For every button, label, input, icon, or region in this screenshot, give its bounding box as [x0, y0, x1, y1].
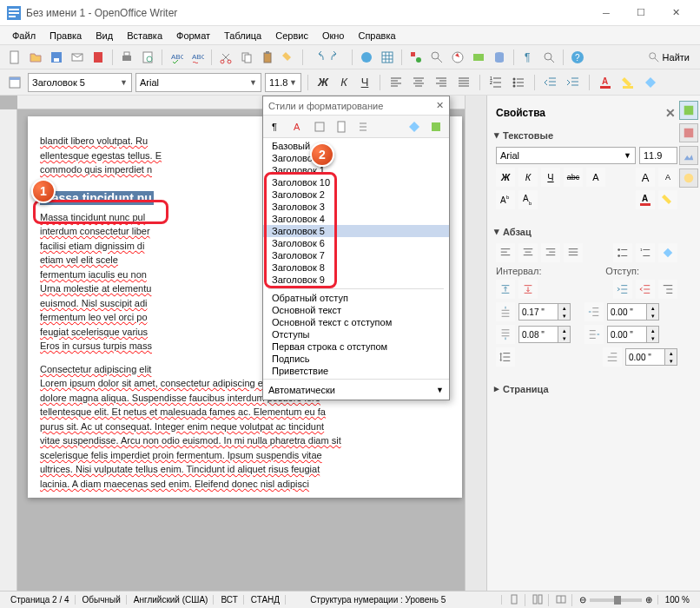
new-style-button[interactable]: [426, 117, 446, 136]
style-item[interactable]: Заголовок: [263, 152, 449, 164]
increase-indent-button[interactable]: [564, 73, 583, 92]
view-single-icon[interactable]: [504, 594, 525, 606]
menu-format[interactable]: Формат: [171, 29, 215, 43]
view-book-icon[interactable]: [551, 594, 572, 606]
underline-button[interactable]: Ч: [356, 74, 373, 91]
status-std[interactable]: СТАНД: [246, 595, 286, 605]
close-button[interactable]: ✕: [658, 1, 693, 25]
list-styles-button[interactable]: [353, 117, 373, 136]
style-item[interactable]: Заголовок 10: [263, 176, 449, 188]
find-toolbar-button[interactable]: Найти: [643, 51, 695, 63]
highlight-button[interactable]: [618, 73, 637, 92]
menu-edit[interactable]: Правка: [44, 29, 87, 43]
style-item[interactable]: Обратный отступ: [263, 292, 449, 304]
sb-bgcolor[interactable]: [658, 243, 677, 262]
page-styles-button[interactable]: [332, 117, 351, 136]
sidebar-tab-properties[interactable]: [679, 101, 698, 120]
styles-window-button[interactable]: [5, 73, 24, 92]
selected-heading[interactable]: Massa tincidunt nu: [40, 191, 154, 205]
print-button[interactable]: [117, 48, 136, 67]
zoom-button[interactable]: [539, 48, 558, 67]
status-page[interactable]: Страница 2 / 4: [5, 595, 76, 605]
status-insert[interactable]: ВСТ: [215, 595, 243, 605]
style-item[interactable]: Основной текст: [263, 304, 449, 316]
sidebar-highlight-button[interactable]: [658, 190, 677, 209]
style-item[interactable]: Заголовок 8: [263, 261, 449, 274]
view-multi-icon[interactable]: [527, 594, 549, 606]
sidebar-tab-gallery[interactable]: [679, 146, 698, 165]
email-button[interactable]: [68, 48, 87, 67]
document-area[interactable]: blandit libero volutpat. Ru ellentesque …: [0, 96, 465, 591]
sidebar-size-combo[interactable]: 11.9: [639, 147, 677, 164]
sb-space-inc[interactable]: [496, 280, 515, 299]
navigator-button[interactable]: [448, 48, 467, 67]
style-item[interactable]: Приветствие: [263, 365, 449, 377]
style-item[interactable]: Базовый: [263, 140, 449, 152]
paste-button[interactable]: [258, 48, 277, 67]
cut-button[interactable]: [216, 48, 235, 67]
space-below-input[interactable]: ▴▾: [518, 326, 571, 343]
sb-numbers[interactable]: 1: [636, 243, 655, 262]
menu-tools[interactable]: Сервис: [270, 29, 314, 43]
align-justify-button[interactable]: [454, 73, 473, 92]
style-item[interactable]: Заголовок 3: [263, 201, 449, 213]
show-draw-button[interactable]: [406, 48, 426, 67]
find-replace-button[interactable]: [427, 48, 446, 67]
gallery-button[interactable]: [469, 48, 488, 67]
autospell-button[interactable]: ABC: [188, 48, 207, 67]
space-above-input[interactable]: ▴▾: [518, 303, 571, 321]
sidebar-close-button[interactable]: ✕: [665, 106, 676, 120]
help-button[interactable]: ?: [568, 48, 587, 67]
bold-button[interactable]: Ж: [314, 74, 332, 91]
numbered-list-button[interactable]: 12: [486, 73, 505, 92]
size-combo[interactable]: 11.8▼: [265, 73, 301, 92]
table-button[interactable]: [378, 48, 397, 67]
save-button[interactable]: [47, 48, 66, 67]
sb-hanging[interactable]: [658, 280, 677, 299]
menu-file[interactable]: Файл: [7, 29, 41, 43]
font-combo[interactable]: Arial▼: [135, 73, 261, 92]
sb-space-dec[interactable]: [518, 280, 538, 299]
align-right-button[interactable]: [432, 73, 451, 92]
style-item[interactable]: Отступы: [263, 328, 449, 340]
menu-window[interactable]: Окно: [317, 29, 350, 43]
sidebar-fontcolor-button[interactable]: A: [636, 190, 655, 209]
sidebar-font-combo[interactable]: Arial▼: [496, 147, 636, 164]
style-item[interactable]: Заголовок 4: [263, 213, 449, 225]
italic-button[interactable]: К: [335, 74, 353, 91]
sidebar-super-button[interactable]: Ab: [496, 190, 515, 209]
style-item-selected[interactable]: Заголовок 5: [263, 225, 449, 237]
status-lang[interactable]: Английский (США): [129, 595, 215, 605]
style-item[interactable]: Основной текст с отступом: [263, 316, 449, 328]
pdf-button[interactable]: [89, 48, 108, 67]
status-style[interactable]: Обычный: [77, 595, 127, 605]
sb-indent-dec[interactable]: [636, 280, 655, 299]
bg-color-button[interactable]: [641, 73, 660, 92]
redo-button[interactable]: [328, 48, 347, 67]
bullet-list-button[interactable]: [509, 73, 528, 92]
style-item[interactable]: Заголовок 2: [263, 188, 449, 201]
menu-view[interactable]: Вид: [90, 29, 118, 43]
font-color-button[interactable]: A: [596, 73, 615, 92]
maximize-button[interactable]: ☐: [624, 1, 658, 25]
sidebar-bold-button[interactable]: Ж: [496, 168, 515, 187]
close-icon[interactable]: ✕: [436, 100, 444, 111]
section-page-header[interactable]: ▸ Страница: [494, 380, 677, 397]
align-left-button[interactable]: [386, 73, 406, 92]
char-styles-button[interactable]: A: [288, 117, 307, 136]
styles-filter-combo[interactable]: Автоматически▼: [263, 379, 449, 400]
scrollbar[interactable]: [465, 96, 486, 591]
style-item[interactable]: Первая строка с отступом: [263, 340, 449, 353]
zoom-percent[interactable]: 100 %: [660, 595, 695, 605]
fill-format-button[interactable]: [405, 117, 424, 136]
zoom-slider[interactable]: ⊖⊕: [574, 595, 658, 605]
copy-button[interactable]: [237, 48, 256, 67]
indent-after-input[interactable]: ▴▾: [607, 326, 659, 343]
menu-insert[interactable]: Вставка: [122, 29, 168, 43]
new-doc-button[interactable]: [5, 48, 24, 67]
sidebar-shadow-button[interactable]: A: [586, 168, 605, 187]
open-button[interactable]: [26, 48, 45, 67]
sb-align-right[interactable]: [541, 243, 560, 262]
sidebar-strike-button[interactable]: abc: [564, 168, 583, 187]
sidebar-italic-button[interactable]: К: [518, 168, 538, 187]
